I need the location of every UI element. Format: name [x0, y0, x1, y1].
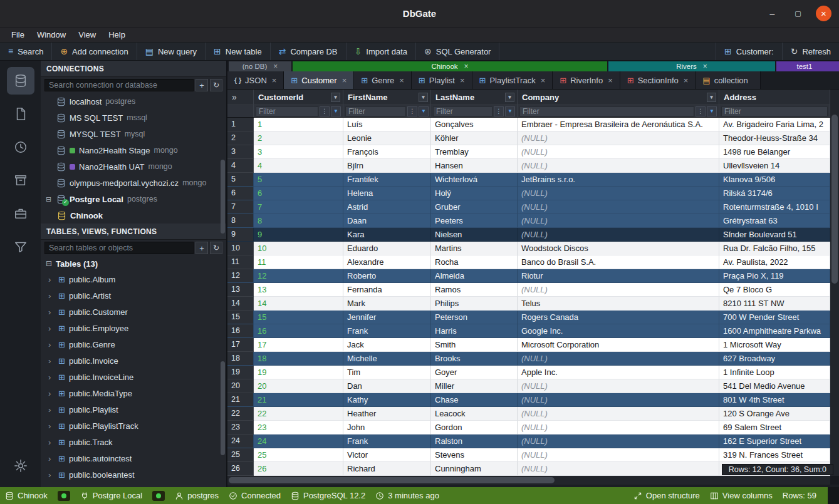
cell-company[interactable]: (NULL)	[518, 379, 719, 393]
cell-lastname[interactable]: Almeida	[431, 269, 518, 283]
cell-company[interactable]: (NULL)	[518, 435, 719, 448]
column-header-firstname[interactable]: FirstName ▾	[343, 90, 431, 105]
chevron-right-icon[interactable]: ›	[48, 454, 55, 463]
table-item[interactable]: › ⊞ public.autoinctest	[41, 450, 226, 466]
table-row[interactable]: 20 20 Dan Miller (NULL) 541 Del Medio Av…	[227, 379, 830, 393]
cell-firstname[interactable]: Helena	[343, 187, 431, 200]
cell-address[interactable]: 1498 rue Bélanger	[719, 145, 830, 159]
filter-input-customerid[interactable]	[256, 106, 318, 116]
connection-item[interactable]: ✓ Nano2Health Stage mongo	[41, 142, 226, 158]
row-number[interactable]: 23	[227, 421, 254, 435]
cell-customerid[interactable]: 9	[254, 228, 343, 242]
cell-address[interactable]: 1600 Amphitheatre Parkwa	[719, 324, 830, 338]
cell-address[interactable]: 1 Microsoft Way	[719, 338, 830, 352]
table-row[interactable]: 3 3 François Tremblay (NULL) 1498 rue Bé…	[227, 145, 830, 159]
cell-customerid[interactable]: 6	[254, 187, 343, 200]
row-number[interactable]: 1	[227, 118, 254, 131]
row-number[interactable]: 3	[227, 145, 254, 159]
cell-firstname[interactable]: Alexandre	[343, 255, 431, 269]
cell-firstname[interactable]: Jennifer	[343, 311, 431, 324]
cell-company[interactable]: Apple Inc.	[518, 366, 719, 379]
table-item[interactable]: › ⊞ public.PlaylistTrack	[41, 418, 226, 434]
cell-company[interactable]: (NULL)	[518, 145, 719, 159]
filter-menu-button[interactable]: ⋮	[494, 106, 504, 116]
menu-item[interactable]: View	[72, 29, 102, 41]
collapse-icon[interactable]: ⊟	[46, 259, 52, 268]
row-number[interactable]: 9	[227, 228, 254, 242]
table-row[interactable]: 12 12 Roberto Almeida Riotur Praça Pio X…	[227, 269, 830, 283]
cell-address[interactable]: 162 E Superior Street	[719, 435, 830, 448]
cell-company[interactable]: (NULL)	[518, 283, 719, 297]
table-row[interactable]: 23 23 John Gordon (NULL) 69 Salem Street	[227, 421, 830, 435]
settings-button[interactable]	[7, 452, 34, 480]
cell-firstname[interactable]: Bjſrn	[343, 159, 431, 173]
row-number[interactable]: 15	[227, 311, 254, 324]
cell-firstname[interactable]: Kathy	[343, 393, 431, 407]
cell-lastname[interactable]: Peeters	[431, 214, 518, 228]
vertical-scrollbar-thumb[interactable]	[831, 115, 838, 284]
close-icon[interactable]: ×	[272, 76, 277, 85]
cell-company[interactable]: Banco do Brasil S.A.	[518, 255, 719, 269]
table-row[interactable]: 8 8 Daan Peeters (NULL) Grétrystraat 63	[227, 214, 830, 228]
table-row[interactable]: 1 1 Luís Gonçalves Embraer - Empresa Bra…	[227, 118, 830, 131]
table-row[interactable]: 15 15 Jennifer Peterson Rogers Canada 70…	[227, 311, 830, 324]
cell-lastname[interactable]: Harris	[431, 324, 518, 338]
cell-customerid[interactable]: 3	[254, 145, 343, 159]
refresh-list-button[interactable]	[210, 79, 222, 91]
tab[interactable]: Playlist ×	[412, 71, 472, 89]
tab-group[interactable]: Rivers ×	[608, 61, 775, 71]
chevron-down-icon[interactable]: ▾	[505, 93, 514, 102]
table-row[interactable]: 11 11 Alexandre Rocha Banco do Brasil S.…	[227, 255, 830, 269]
connection-item[interactable]: ✓ Chinook	[41, 207, 226, 224]
toolbar-button[interactable]: New query	[137, 43, 206, 60]
cell-company[interactable]: Google Inc.	[518, 324, 719, 338]
cell-address[interactable]: 69 Salem Street	[719, 421, 830, 435]
table-row[interactable]: 4 4 Bjſrn Hansen (NULL) Ullevſlsveien 14	[227, 159, 830, 173]
filter-input-company[interactable]	[519, 106, 694, 116]
filter-funnel-button[interactable]: ▼	[707, 106, 717, 116]
row-number[interactable]: 16	[227, 324, 254, 338]
cell-lastname[interactable]: Gruber	[431, 200, 518, 214]
cell-customerid[interactable]: 2	[254, 131, 343, 145]
cell-firstname[interactable]: Fernanda	[343, 283, 431, 297]
column-header-customerid[interactable]: CustomerId ▾	[254, 90, 343, 105]
cell-lastname[interactable]: Holý	[431, 187, 518, 200]
connection-item[interactable]: ✓ localhost postgres	[41, 93, 226, 110]
cell-customerid[interactable]: 13	[254, 283, 343, 297]
cell-address[interactable]: 801 W 4th Street	[719, 393, 830, 407]
cell-customerid[interactable]: 26	[254, 462, 343, 476]
table-item[interactable]: › ⊞ public.booleantest	[41, 466, 226, 483]
expand-toggle[interactable]: ⊟	[44, 195, 53, 203]
cell-customerid[interactable]: 10	[254, 242, 343, 255]
cell-address[interactable]: 8210 111 ST NW	[719, 297, 830, 311]
cell-lastname[interactable]: Hansen	[431, 159, 518, 173]
horizontal-scrollbar-thumb[interactable]	[229, 477, 555, 483]
toolbar-button[interactable]: Search	[0, 43, 52, 60]
nav-rail-item[interactable]	[7, 133, 34, 161]
cell-address[interactable]: 541 Del Medio Avenue	[719, 379, 830, 393]
chevron-right-icon[interactable]: ›	[48, 373, 55, 382]
cell-lastname[interactable]: Miller	[431, 379, 518, 393]
table-row[interactable]: 14 14 Mark Philips Telus 8210 111 ST NW	[227, 297, 830, 311]
minimize-button[interactable]: –	[764, 6, 780, 21]
cell-firstname[interactable]: Astrid	[343, 200, 431, 214]
cell-company[interactable]: (NULL)	[518, 448, 719, 462]
cell-lastname[interactable]: Brooks	[431, 352, 518, 366]
refresh-list-button[interactable]	[210, 242, 222, 254]
cell-lastname[interactable]: Goyer	[431, 366, 518, 379]
cell-lastname[interactable]: Gordon	[431, 421, 518, 435]
row-number[interactable]: 4	[227, 159, 254, 173]
table-item[interactable]: › ⊞ public.Customer	[41, 304, 226, 320]
filter-funnel-button[interactable]: ▼	[505, 106, 515, 116]
tab[interactable]: collection	[696, 71, 761, 89]
cell-address[interactable]: Rua Dr. Falcão Filho, 155	[719, 242, 830, 255]
cell-firstname[interactable]: Tim	[343, 366, 431, 379]
nav-rail-item[interactable]	[7, 67, 34, 95]
table-item[interactable]: › ⊞ public.Playlist	[41, 401, 226, 418]
column-header-address[interactable]: Address	[719, 90, 830, 105]
cell-address[interactable]: Rotenturmstraße 4, 1010 I	[719, 200, 830, 214]
open-structure-button[interactable]: Open structure	[633, 491, 700, 500]
cell-firstname[interactable]: Mark	[343, 297, 431, 311]
cell-company[interactable]: (NULL)	[518, 159, 719, 173]
cell-lastname[interactable]: Peterson	[431, 311, 518, 324]
